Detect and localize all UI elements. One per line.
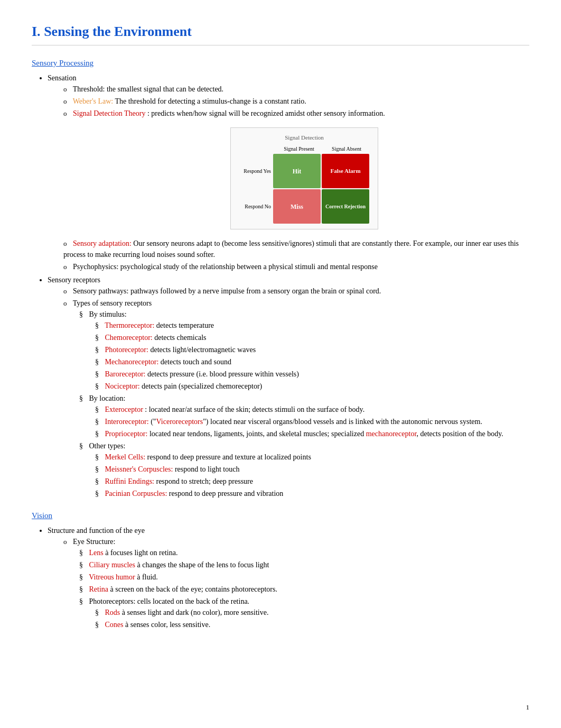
ciliary-text: changes the shape of the lens to focus l… bbox=[142, 561, 269, 569]
sdt-item: Signal Detection Theory : predicts when/… bbox=[63, 108, 529, 119]
sdt-col-labels-row: Signal Present Signal Absent bbox=[236, 145, 372, 153]
heading-title: Sensing the Environment bbox=[44, 24, 192, 39]
sdt-diagram: Signal Detection Signal Present Signal A… bbox=[230, 127, 378, 230]
sdt-key: Signal Detection Theory bbox=[73, 109, 145, 117]
threshold-text: the smallest signal that can be detected… bbox=[107, 85, 223, 93]
cones-text: senses color, less sensitive. bbox=[130, 621, 210, 629]
thermoreceptor-text: detects temperature bbox=[156, 321, 214, 329]
rods-key: Rods bbox=[105, 609, 120, 616]
sensory-receptors-item: Sensory receptors Sensory pathways: path… bbox=[48, 274, 529, 499]
interoreceptor-text2: ") located near visceral organs/blood ve… bbox=[203, 418, 482, 426]
cell-miss: Miss bbox=[273, 189, 321, 224]
lens-item: Lens à focuses light on retina. bbox=[79, 547, 529, 558]
webers-law-key: Weber's Law: bbox=[73, 97, 113, 105]
exteroceptor-key: Exteroceptor bbox=[105, 406, 143, 413]
exteroceptor-text: : located near/at surface of the skin; d… bbox=[145, 406, 364, 413]
by-location-label: By location: bbox=[89, 394, 126, 402]
proprioceptor-item: Proprioceptor: located near tendons, lig… bbox=[95, 428, 529, 439]
sensation-item: Sensation Threshold: the smallest signal… bbox=[48, 72, 529, 273]
psychophysics-text: Psychophysics: psychological study of th… bbox=[73, 263, 378, 271]
baroreceptor-item: Baroreceptor: detects pressure (i.e. blo… bbox=[95, 368, 529, 380]
mechanoreceptor-item: Mechanoreceptor: detects touch and sound bbox=[95, 356, 529, 367]
vitreous-item: Vitreous humor à fluid. bbox=[79, 572, 529, 583]
meissner-item: Meissner's Corpuscles: respond to light … bbox=[95, 464, 529, 475]
sensation-list: Sensation Threshold: the smallest signal… bbox=[48, 72, 529, 500]
row-label-yes: Respond Yes bbox=[236, 154, 273, 188]
ciliary-arrow: à bbox=[137, 561, 143, 569]
interoreceptor-key: Interoreceptor: bbox=[105, 418, 149, 426]
other-types-label: Other types: bbox=[89, 442, 126, 450]
nociceptor-key: Nociceptor: bbox=[105, 382, 140, 390]
types-of-sensory-receptors-item: Types of sensory receptors By stimulus: … bbox=[63, 298, 529, 499]
vitreous-text: fluid. bbox=[142, 573, 158, 581]
types-label: Types of sensory receptors bbox=[73, 299, 152, 307]
eye-structure-list: Eye Structure: Lens à focuses light on r… bbox=[63, 536, 529, 630]
pacinian-text: respond to deep pressure and vibration bbox=[169, 490, 284, 497]
chemoreceptor-key: Chemoreceptor: bbox=[105, 334, 153, 342]
main-heading: I. Sensing the Environment bbox=[32, 21, 529, 45]
after-diagram-list: Sensory adaptation: Our sensory neurons … bbox=[63, 238, 529, 272]
sensory-pathways-key: Sensory pathways: bbox=[73, 287, 128, 295]
retina-text: screen on the back of the eye; contains … bbox=[115, 585, 277, 593]
thermoreceptor-key: Thermoreceptor: bbox=[105, 321, 154, 329]
threshold-key: Threshold: bbox=[73, 85, 105, 93]
nociceptor-text: detects pain (specialized chemoreceptor) bbox=[142, 382, 262, 390]
sensory-pathways-text: pathways followed by a nerve impulse fro… bbox=[130, 287, 381, 295]
meissner-text: respond to light touch bbox=[175, 465, 240, 473]
ciliary-item: Ciliary muscles à changes the shape of t… bbox=[79, 559, 529, 570]
mechanoreceptor-ref: mechanoreceptor bbox=[366, 430, 417, 438]
structure-function-item: Structure and function of the eye Eye St… bbox=[48, 525, 529, 630]
proprioceptor-text2: , detects position of the body. bbox=[416, 430, 503, 438]
photoreceptor-key: Photoreceptor: bbox=[105, 346, 148, 354]
roman-numeral: I. bbox=[32, 24, 41, 39]
sdt-grid-area: Respond Yes Respond No Hit False Alarm M… bbox=[236, 154, 372, 224]
cell-hit: Hit bbox=[273, 154, 321, 188]
proprioceptor-key: Proprioceptor: bbox=[105, 430, 148, 438]
chemoreceptor-item: Chemoreceptor: detects chemicals bbox=[95, 332, 529, 343]
threshold-item: Threshold: the smallest signal that can … bbox=[63, 84, 529, 95]
vision-section: Vision Structure and function of the eye… bbox=[32, 510, 529, 630]
lens-key: Lens bbox=[89, 549, 104, 557]
sdt-row-labels: Respond Yes Respond No bbox=[236, 154, 273, 224]
pacinian-item: Pacinian Corpuscles: respond to deep pre… bbox=[95, 488, 529, 499]
photoreceptor-item: Photoreceptor: detects light/electromagn… bbox=[95, 344, 529, 355]
meissner-key: Meissner's Corpuscles: bbox=[105, 465, 173, 473]
vision-list: Structure and function of the eye Eye St… bbox=[48, 525, 529, 630]
baroreceptor-key: Baroreceptor: bbox=[105, 370, 146, 378]
retina-key: Retina bbox=[89, 585, 109, 593]
merkel-cells-key: Merkel Cells: bbox=[105, 453, 146, 461]
col-label-absent: Signal Absent bbox=[323, 145, 370, 153]
sdt-diagram-title: Signal Detection bbox=[236, 133, 372, 142]
viceroreceptors-text: Viceroreceptors bbox=[156, 418, 203, 426]
photoreceptor-text: detects light/electromagnetic waves bbox=[150, 346, 256, 354]
thermoreceptor-item: Thermoreceptor: detects temperature bbox=[95, 320, 529, 331]
chemoreceptor-text: detects chemicals bbox=[154, 334, 206, 342]
sensory-adaptation-text: Our sensory neurons adapt to (become les… bbox=[63, 239, 519, 259]
vitreous-key: Vitreous humor bbox=[89, 573, 135, 581]
vitreous-arrow: à bbox=[137, 573, 142, 581]
by-stimulus-list: By stimulus: Thermoreceptor: detects tem… bbox=[79, 309, 529, 499]
sdt-diagram-container: Signal Detection Signal Present Signal A… bbox=[79, 127, 529, 230]
sensory-receptors-sub: Sensory pathways: pathways followed by a… bbox=[63, 285, 529, 499]
webers-law-text: The threshold for detecting a stimulus-c… bbox=[115, 97, 306, 105]
other-types-list: Merkel Cells: respond to deep pressure a… bbox=[95, 451, 529, 499]
ruffini-key: Ruffini Endings: bbox=[105, 477, 154, 485]
eye-parts-list: Lens à focuses light on retina. Ciliary … bbox=[79, 547, 529, 630]
eye-structure-item: Eye Structure: Lens à focuses light on r… bbox=[63, 536, 529, 630]
photoreceptors-sub-list: Rods à senses light and dark (no color),… bbox=[95, 607, 529, 630]
sensory-pathways-item: Sensory pathways: pathways followed by a… bbox=[63, 285, 529, 297]
location-types-list: Exteroceptor : located near/at surface o… bbox=[95, 404, 529, 439]
retina-item: Retina à screen on the back of the eye; … bbox=[79, 584, 529, 595]
mechanoreceptor-key: Mechanoreceptor: bbox=[105, 358, 159, 366]
stimulus-types-list: Thermoreceptor: detects temperature Chem… bbox=[95, 320, 529, 392]
psychophysics-item: Psychophysics: psychological study of th… bbox=[63, 261, 529, 272]
row-label-no: Respond No bbox=[236, 189, 273, 224]
rods-text: senses light and dark (no color), more s… bbox=[127, 609, 269, 616]
vision-heading: Vision bbox=[32, 510, 529, 522]
col-label-present: Signal Present bbox=[275, 145, 323, 153]
by-stimulus-heading: By stimulus: Thermoreceptor: detects tem… bbox=[79, 309, 529, 392]
merkel-cells-text: respond to deep pressure and texture at … bbox=[147, 453, 311, 461]
rods-item: Rods à senses light and dark (no color),… bbox=[95, 607, 529, 618]
other-types-heading: Other types: Merkel Cells: respond to de… bbox=[79, 440, 529, 499]
retina-arrow: à bbox=[110, 585, 116, 593]
